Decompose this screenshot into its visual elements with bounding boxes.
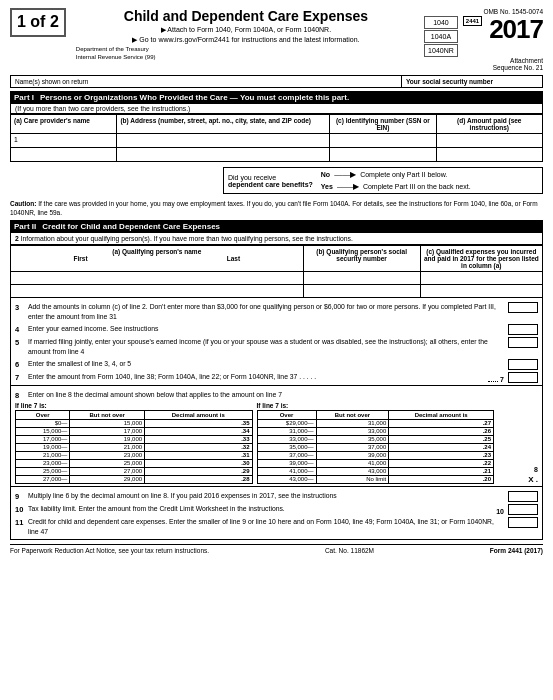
caution-box: Caution: If the care was provided in you… <box>10 199 543 217</box>
row1-label: 1 <box>11 134 117 148</box>
table-row: 35,000— 37,000 .24 <box>257 443 494 451</box>
line4-container: 4 Enter your earned income. See instruct… <box>15 324 538 335</box>
form-1040nr-box: 1040NR <box>424 44 458 57</box>
attachment-label: Attachment <box>510 57 543 64</box>
header-center: Child and Dependent Care Expenses ▶ Atta… <box>76 8 416 60</box>
over-header-r: Over <box>257 410 316 419</box>
table-row: 1 <box>11 134 543 148</box>
yes-arrow: ——▶ <box>337 182 359 191</box>
line8-header-row: 8 Enter on line 8 the decimal amount sho… <box>15 390 538 400</box>
line6-text: Enter the smallest of line 3, 4, or 5 <box>28 359 505 369</box>
line10-num: 10 <box>15 504 28 514</box>
table-row: 23,000— 25,000 .30 <box>16 459 253 467</box>
line7-dots <box>488 381 498 382</box>
table-row: 15,000— 17,000 .34 <box>16 427 253 435</box>
line10-answer: 10 <box>494 504 538 515</box>
table-row: 27,000— 29,000 .28 <box>16 475 253 483</box>
col-a-header: (a) Care provider's name <box>11 115 117 134</box>
no-arrow: ——▶ <box>334 170 356 179</box>
line3-text: Add the amounts in column (c) of line 2.… <box>28 302 505 322</box>
if-line7-right: If line 7 is: <box>257 402 495 409</box>
form-header: 1 of 2 Child and Dependent Care Expenses… <box>10 8 543 71</box>
table-row <box>11 148 543 162</box>
decimal-header: Decimal amount is <box>145 410 252 419</box>
table-row: 31,000— 33,000 .26 <box>257 427 494 435</box>
line11-text: Credit for child and dependent care expe… <box>28 517 505 537</box>
no-option: No ——▶ Complete only Part II below. <box>321 170 471 179</box>
line11-num: 11 <box>15 517 28 527</box>
line4-num: 4 <box>15 324 28 334</box>
table-row: 41,000— 43,000 .21 <box>257 467 494 475</box>
part2-persons-table: (a) Qualifying person's name First Last … <box>10 245 543 298</box>
but-not-header-r: But not over <box>316 410 389 419</box>
form-title: Child and Dependent Care Expenses <box>76 8 416 24</box>
form-1040a-box: 1040A <box>424 30 458 43</box>
line7-box-label: 7 <box>500 376 506 383</box>
line10-text: Tax liability limit. Enter the amount fr… <box>28 504 494 514</box>
line4-text: Enter your earned income. See instructio… <box>28 324 505 334</box>
table-row: 25,000— 27,000 .29 <box>16 467 253 475</box>
col-b-header: (b) Address (number, street, apt. no., c… <box>117 115 330 134</box>
line8-text: Enter on line 8 the decimal amount shown… <box>28 390 538 400</box>
page-badge: 1 of 2 <box>10 8 66 37</box>
but-not-header: But not over <box>70 410 145 419</box>
form-instruction-2: ▶ Go to www.irs.gov/Form2441 for instruc… <box>76 36 416 44</box>
line6-container: 6 Enter the smallest of line 3, 4, or 5 <box>15 359 538 370</box>
line8-answer: X . <box>528 475 538 484</box>
line9-box <box>508 491 538 502</box>
line10-box-label: 10 <box>496 508 506 515</box>
table-row: 33,000— 35,000 .25 <box>257 435 494 443</box>
lines-9-11: 9 Multiply line 6 by the decimal amount … <box>10 487 543 540</box>
line4-box <box>508 324 538 335</box>
form-numbers: 1040 1040A 1040NR 2441 2017 <box>424 16 543 57</box>
rate-table-area: If line 7 is: Over But not over Decimal … <box>15 402 538 484</box>
over-header: Over <box>16 410 70 419</box>
benefits-options: No ——▶ Complete only Part II below. Yes … <box>321 170 471 191</box>
line7-answer: 7 <box>488 372 538 383</box>
line8-num-label: 8 <box>534 466 538 473</box>
part1-label: Part I <box>14 93 34 102</box>
row1-amount <box>436 134 542 148</box>
decimal-header-r: Decimal amount is <box>389 410 494 419</box>
line9-text: Multiply line 6 by the decimal amount on… <box>28 491 505 501</box>
person1-name <box>11 272 304 285</box>
person2-name <box>11 285 304 298</box>
row1-ein <box>330 134 436 148</box>
col-c-persons-header: (c) Qualified expenses you incurred and … <box>420 246 542 272</box>
line2-desc: 2 Information about your qualifying pers… <box>10 233 543 245</box>
rate-right-table: Over But not over Decimal amount is $29,… <box>257 410 495 484</box>
line6-num: 6 <box>15 359 28 369</box>
table-row: 17,000— 19,000 .33 <box>16 435 253 443</box>
row2-name <box>11 148 117 162</box>
sequence-number: Sequence No. 21 <box>493 64 543 71</box>
rate-table-right: If line 7 is: Over But not over Decimal … <box>257 402 495 484</box>
footer-cat: Cat. No. 11862M <box>325 547 374 554</box>
footer-left: For Paperwork Reduction Act Notice, see … <box>10 547 209 554</box>
line11-container: 11 Credit for child and dependent care e… <box>15 517 538 537</box>
benefits-question-box: Did you receive dependent care benefits?… <box>223 167 543 194</box>
part2-header: Part II Credit for Child and Dependent C… <box>10 220 543 233</box>
line5-container: 5 If married filing jointly, enter your … <box>15 337 538 357</box>
row2-address <box>117 148 330 162</box>
lines-3-7: 3 Add the amounts in column (c) of line … <box>10 298 543 385</box>
table-row: 37,000— 39,000 .23 <box>257 451 494 459</box>
form-instruction-1: ▶ Attach to Form 1040, Form 1040A, or Fo… <box>76 26 416 34</box>
line10-box <box>508 504 538 515</box>
line5-text: If married filing jointly, enter your sp… <box>28 337 505 357</box>
line7-num: 7 <box>15 372 28 382</box>
line7-box <box>508 372 538 383</box>
line9-container: 9 Multiply line 6 by the decimal amount … <box>15 491 538 502</box>
part1-header: Part I Persons or Organizations Who Prov… <box>10 91 543 104</box>
line7-container: 7 Enter the amount from Form 1040, line … <box>15 372 538 383</box>
rate-left-table: Over But not over Decimal amount is $0— … <box>15 410 253 484</box>
person1-expenses <box>420 272 542 285</box>
row1-address <box>117 134 330 148</box>
table-row: 43,000— No limit .20 <box>257 475 494 483</box>
tax-year: 2017 <box>489 16 543 42</box>
line8-section: 8 Enter on line 8 the decimal amount sho… <box>10 386 543 487</box>
row2-amount <box>436 148 542 162</box>
table-row <box>11 272 543 285</box>
line3-box <box>508 302 538 313</box>
table-row <box>11 285 543 298</box>
line10-container: 10 Tax liability limit. Enter the amount… <box>15 504 538 515</box>
